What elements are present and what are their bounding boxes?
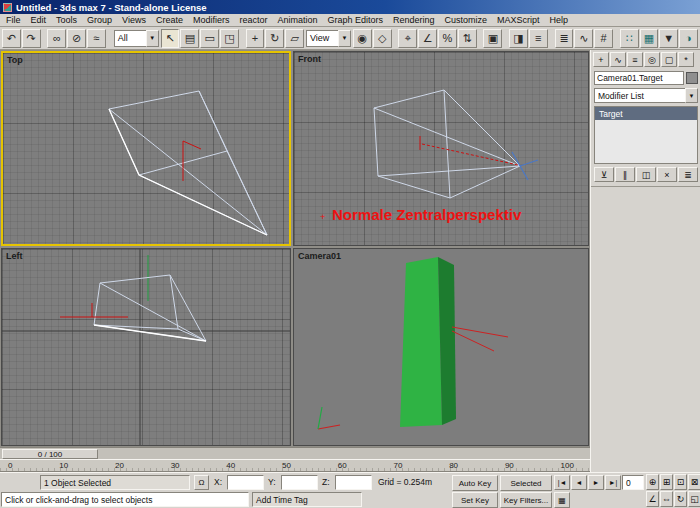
utilities-tab[interactable]: * [678,52,694,67]
menu-item-customize[interactable]: Customize [445,15,488,25]
snap-toggle-icon[interactable]: ⌖ [398,29,417,48]
undo-icon[interactable]: ↶ [2,29,21,48]
viewport-front[interactable]: Front + Normale Zentralperspektiv [293,51,589,246]
selection-region-icon[interactable]: ▭ [200,29,219,48]
layer-manager-icon[interactable]: ≣ [555,29,574,48]
add-time-tag[interactable]: Add Time Tag [252,492,362,507]
curve-editor-icon[interactable]: ∿ [574,29,593,48]
key-filters-button[interactable]: Key Filters... [500,492,552,508]
menu-item-group[interactable]: Group [87,15,112,25]
viewport-top[interactable]: Top [1,51,291,246]
zoom-extents-all-icon[interactable]: ⊠ [688,474,700,490]
chevron-down-icon[interactable]: ▼ [685,88,698,103]
menu-item-file[interactable]: File [6,15,21,25]
select-move-icon[interactable]: + [246,29,265,48]
viewport-camera-label[interactable]: Camera01 [298,251,341,261]
menu-item-views[interactable]: Views [122,15,146,25]
menu-item-modifiers[interactable]: Modifiers [193,15,230,25]
modifier-list-dropdown[interactable]: Modifier List ▼ [594,88,698,103]
previous-frame-icon[interactable]: ◄ [571,475,587,490]
create-tab[interactable]: + [593,52,609,67]
chevron-down-icon[interactable]: ▼ [146,30,159,47]
z-coord-field[interactable] [335,475,372,490]
display-tab[interactable]: ▢ [661,52,677,67]
pan-icon[interactable]: ⇔ [660,491,673,507]
quick-render-icon[interactable]: ◑ [679,29,698,48]
viewport-left-label[interactable]: Left [6,251,23,261]
menu-item-help[interactable]: Help [550,15,569,25]
named-sets-icon[interactable]: ▣ [483,29,502,48]
angle-snap-icon[interactable]: ∠ [418,29,437,48]
select-link-icon[interactable]: ∞ [47,29,66,48]
selection-set-dropdown[interactable]: Selected [500,475,552,491]
current-frame-field[interactable]: 0 [622,475,644,490]
percent-snap-icon[interactable]: % [438,29,457,48]
select-rotate-icon[interactable]: ↻ [265,29,284,48]
menu-item-reactor[interactable]: reactor [239,15,267,25]
zoom-all-icon[interactable]: ⊞ [660,474,673,490]
field-of-view-icon[interactable]: ∠ [646,491,659,507]
zoom-icon[interactable]: ⊕ [646,474,659,490]
material-editor-icon[interactable]: ∷ [620,29,639,48]
ruler-tick-30: 30 [171,461,180,471]
mirror-icon[interactable]: ◨ [509,29,528,48]
select-scale-icon[interactable]: ▱ [285,29,304,48]
hierarchy-tab[interactable]: ≡ [627,52,643,67]
viewport-left[interactable]: Left [1,248,291,446]
viewport-camera[interactable]: Camera01 [293,248,589,446]
viewport-front-label[interactable]: Front [298,54,321,64]
menu-item-maxscript[interactable]: MAXScript [497,15,540,25]
object-name-field[interactable]: Camera01.Target [594,71,684,85]
remove-modifier-icon[interactable]: × [657,167,677,182]
viewport-top-label[interactable]: Top [7,55,23,65]
modify-tab[interactable]: ∿ [610,52,626,67]
left-viewport-wireframe[interactable] [2,249,290,445]
play-icon[interactable]: ► [588,475,604,490]
top-viewport-wireframe[interactable] [3,53,289,244]
select-manipulate-icon[interactable]: ◇ [373,29,392,48]
window-crossing-icon[interactable]: ◳ [220,29,239,48]
zoom-extents-icon[interactable]: ⊡ [674,474,687,490]
object-color-swatch[interactable] [686,72,698,84]
menu-item-tools[interactable]: Tools [56,15,77,25]
schematic-view-icon[interactable]: # [594,29,613,48]
menu-item-animation[interactable]: Animation [277,15,317,25]
coordinate-system-dropdown[interactable]: View ▼ [306,30,351,47]
min-max-toggle-icon[interactable]: ◱ [688,491,700,507]
stack-item-target[interactable]: Target [595,107,697,120]
make-unique-icon[interactable]: ◫ [636,167,656,182]
align-icon[interactable]: ≡ [529,29,548,48]
time-slider-handle[interactable]: 0 / 100 [2,449,98,459]
render-scene-icon[interactable]: ▦ [640,29,659,48]
go-to-end-icon[interactable]: ►| [605,475,621,490]
menu-item-edit[interactable]: Edit [31,15,47,25]
motion-tab[interactable]: ◎ [644,52,660,67]
menu-item-rendering[interactable]: Rendering [393,15,435,25]
select-object-icon[interactable]: ↖ [161,29,180,48]
select-by-name-icon[interactable]: ▤ [180,29,199,48]
render-type-icon[interactable]: ▼ [659,29,678,48]
chevron-down-icon[interactable]: ▼ [338,30,351,47]
y-coord-field[interactable] [281,475,318,490]
time-configuration-icon[interactable]: ▦ [554,492,570,508]
pin-stack-icon[interactable]: ⊻ [594,167,614,182]
auto-key-button[interactable]: Auto Key [452,475,498,491]
x-coord-field[interactable] [227,475,264,490]
use-center-icon[interactable]: ◉ [353,29,372,48]
arc-rotate-icon[interactable]: ↻ [674,491,687,507]
configure-modifier-sets-icon[interactable]: ≣ [678,167,698,182]
selection-filter-dropdown[interactable]: All ▼ [114,30,159,47]
camera-viewport-object[interactable] [294,249,588,445]
set-key-button[interactable]: Set Key [452,492,498,508]
go-to-start-icon[interactable]: |◄ [554,475,570,490]
selection-lock-icon[interactable]: Ω [194,475,209,490]
spinner-snap-icon[interactable]: ⇅ [458,29,477,48]
redo-icon[interactable]: ↷ [22,29,41,48]
unlink-icon[interactable]: ⊘ [67,29,86,48]
time-slider-track[interactable]: 0 / 100 [0,447,590,460]
toolbar-separator [478,29,483,48]
menu-item-graph-editors[interactable]: Graph Editors [328,15,384,25]
menu-item-create[interactable]: Create [156,15,183,25]
bind-spacewarp-icon[interactable]: ≈ [87,29,106,48]
show-end-result-icon[interactable]: ∥ [615,167,635,182]
